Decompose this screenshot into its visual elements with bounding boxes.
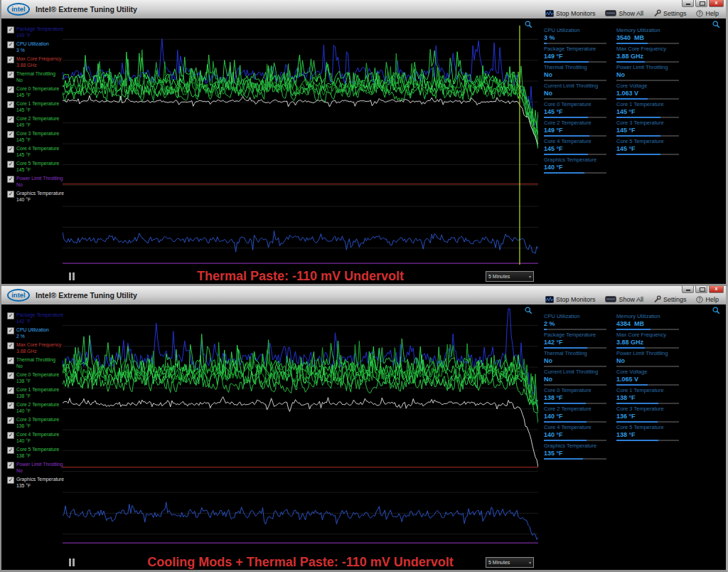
stats-zoom-icon[interactable]: [712, 307, 720, 314]
help-button[interactable]: ? Help: [696, 10, 719, 17]
metric-checkbox[interactable]: ✓: [7, 402, 14, 409]
metric-checkbox[interactable]: ✓: [7, 312, 14, 319]
titlebar[interactable]: intel Intel® Extreme Tuning Utility x St…: [1, 286, 726, 304]
time-interval-dropdown[interactable]: 5 Minutes ▾: [486, 557, 534, 568]
xtu-window: intel Intel® Extreme Tuning Utility x St…: [0, 0, 728, 286]
stat-value: 140 °F: [544, 164, 606, 171]
show-all-button[interactable]: Show All: [605, 10, 643, 17]
show-all-button[interactable]: Show All: [605, 296, 643, 303]
stat-label: Core 2 Temperature: [544, 406, 606, 412]
metric-checkbox[interactable]: ✓: [7, 116, 14, 123]
metric-checkbox[interactable]: ✓: [7, 71, 14, 78]
metric-checkbox[interactable]: ✓: [7, 26, 14, 33]
metric-checkbox[interactable]: ✓: [7, 357, 14, 364]
sidebar-metric: ✓Thermal ThrottlingNo: [7, 356, 63, 371]
metric-checkbox[interactable]: ✓: [7, 56, 14, 63]
stat-cell: Power Limit ThrottlingNo: [616, 64, 679, 79]
metric-checkbox[interactable]: ✓: [7, 191, 14, 198]
stat-bar: [616, 43, 679, 44]
stop-monitors-button[interactable]: Stop Monitors: [545, 10, 596, 17]
titlebar[interactable]: intel Intel® Extreme Tuning Utility x St…: [1, 0, 726, 18]
stats-grid: CPU Utilization3 %Memory Utilization3540…: [544, 27, 726, 171]
stat-value: 140 °F: [544, 413, 606, 420]
metric-checkbox[interactable]: ✓: [7, 41, 14, 48]
metric-value: 140 °F: [16, 196, 63, 203]
metric-checkbox[interactable]: ✓: [7, 447, 14, 454]
stat-bar: [544, 347, 606, 349]
intel-logo-text: intel: [9, 4, 28, 14]
metric-value: 3 %: [16, 47, 63, 53]
stat-bar: [616, 80, 679, 81]
stat-value: No: [616, 71, 679, 78]
settings-button[interactable]: Settings: [653, 9, 687, 17]
metric-value: 2 %: [16, 333, 63, 339]
svg-text:?: ?: [698, 297, 701, 302]
metric-checkbox[interactable]: ✓: [7, 462, 14, 469]
metric-label: CPU Utilization: [16, 41, 63, 47]
stat-bar: [616, 384, 679, 386]
metric-label: Core 2 Temperature: [16, 115, 63, 122]
help-button[interactable]: ? Help: [696, 296, 719, 303]
minimize-button[interactable]: [682, 0, 694, 7]
minimize-button[interactable]: [682, 286, 694, 293]
window-title: Intel® Extreme Tuning Utility: [36, 291, 137, 300]
metric-checkbox[interactable]: ✓: [7, 131, 14, 138]
stat-cell: Max Core Frequency3.88 GHz: [616, 46, 679, 60]
stat-value: 142 °F: [544, 339, 606, 346]
metric-checkbox[interactable]: ✓: [7, 432, 14, 439]
close-button[interactable]: x: [709, 286, 724, 293]
pause-button[interactable]: [69, 558, 75, 566]
metric-value: 145 °F: [16, 92, 63, 98]
close-button[interactable]: x: [709, 0, 724, 7]
metric-label: Graphics Temperature: [16, 476, 63, 482]
monitor-waveform-icon: [545, 10, 554, 17]
metric-checkbox[interactable]: ✓: [7, 101, 14, 108]
stat-label: CPU Utilization: [544, 313, 606, 319]
stat-label: Graphics Temperature: [544, 443, 606, 449]
stat-value: 149 °F: [544, 127, 606, 134]
metric-checkbox[interactable]: ✓: [7, 417, 14, 424]
metric-value: 3.88 GHz: [16, 62, 63, 68]
stat-cell: Thermal ThrottlingNo: [544, 350, 606, 365]
time-interval-dropdown[interactable]: 5 Minutes ▾: [486, 271, 534, 282]
stat-label: Core Voltage: [616, 83, 679, 89]
pause-button[interactable]: [69, 272, 75, 280]
stop-monitors-label: Stop Monitors: [556, 296, 596, 303]
metric-checkbox[interactable]: ✓: [7, 372, 14, 379]
sidebar-metric: ✓Core 5 Temperature145 °F: [7, 160, 63, 175]
stats-zoom-icon[interactable]: [712, 21, 720, 28]
metric-checkbox[interactable]: ✓: [7, 477, 14, 484]
maximize-button[interactable]: [695, 286, 707, 293]
metrics-sidebar: ✓Package Temperature142 °F✓CPU Utilizati…: [1, 304, 63, 570]
metric-checkbox[interactable]: ✓: [7, 176, 14, 183]
metric-checkbox[interactable]: ✓: [7, 342, 14, 349]
monitor-waveform-icon: [545, 296, 554, 303]
monitor-graph: [63, 18, 538, 269]
metric-checkbox[interactable]: ✓: [7, 327, 14, 334]
metric-checkbox[interactable]: ✓: [7, 86, 14, 93]
metric-checkbox[interactable]: ✓: [7, 161, 14, 168]
stat-label: Core 5 Temperature: [616, 424, 679, 430]
sidebar-metric: ✓Core 2 Temperature149 °F: [7, 115, 63, 130]
stat-bar: [616, 440, 679, 441]
maximize-button[interactable]: [695, 0, 707, 7]
metric-checkbox[interactable]: ✓: [7, 387, 14, 394]
graph-controls: Thermal Paste: -110 mV Undervolt 5 Minut…: [63, 269, 538, 284]
stat-value: 136 °F: [616, 413, 679, 420]
stop-monitors-button[interactable]: Stop Monitors: [545, 296, 596, 303]
stat-value: 4384 MB: [616, 320, 679, 327]
stat-label: Current Limit Throttling: [544, 83, 606, 89]
graph-zoom-icon[interactable]: [525, 21, 532, 28]
stat-value: 140 °F: [544, 431, 606, 438]
stat-value: 145 °F: [616, 127, 679, 134]
stats-panel: CPU Utilization3 %Memory Utilization3540…: [538, 18, 726, 284]
sidebar-metric: ✓Core 0 Temperature145 °F: [7, 85, 63, 100]
sidebar-metric: ✓Core 3 Temperature136 °F: [7, 416, 63, 431]
metric-checkbox[interactable]: ✓: [7, 146, 14, 153]
stat-label: Core 4 Temperature: [544, 424, 606, 430]
graph-zoom-icon[interactable]: [525, 307, 532, 314]
stat-cell: Core 3 Temperature136 °F: [616, 406, 679, 420]
settings-button[interactable]: Settings: [653, 295, 687, 303]
sidebar-metric: ✓Package Temperature149 °F: [7, 26, 63, 41]
metric-label: Thermal Throttling: [16, 356, 63, 363]
